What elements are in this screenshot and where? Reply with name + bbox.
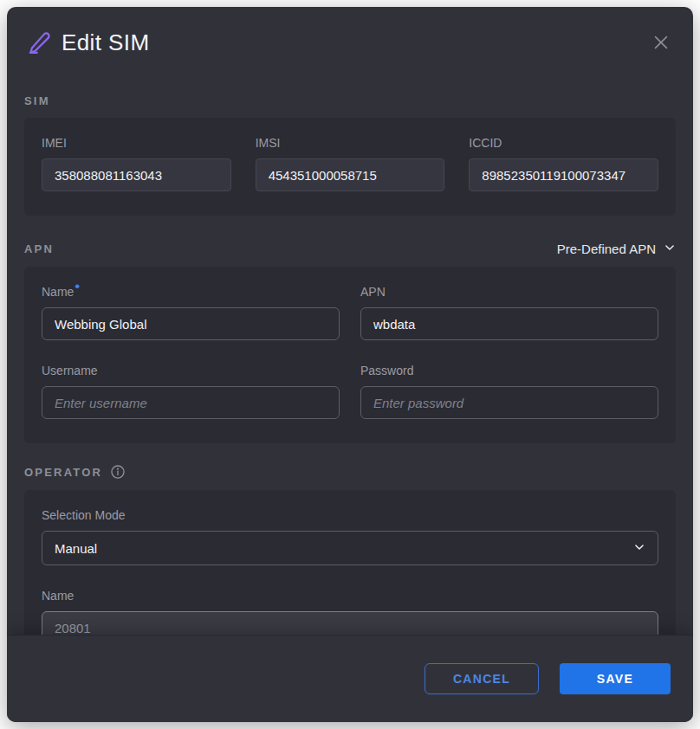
password-field-group: Password xyxy=(360,363,658,419)
apn-name-input[interactable] xyxy=(42,307,340,340)
sim-panel: IMEI IMSI ICCID xyxy=(24,118,676,216)
edit-pencil-icon xyxy=(28,31,51,55)
apn-panel: Name• APN Username Password xyxy=(24,267,676,443)
username-input[interactable] xyxy=(42,386,340,419)
apn-section-label: APN xyxy=(24,242,54,255)
imsi-field-group: IMSI xyxy=(256,135,445,191)
selection-mode-field-group: Selection Mode Manual xyxy=(42,507,658,565)
selection-mode-select[interactable]: Manual xyxy=(42,531,658,565)
info-button[interactable] xyxy=(110,464,126,480)
apn-section-header: APN Pre-Defined APN xyxy=(24,242,676,256)
apn-name-field-group: Name• xyxy=(42,284,340,340)
sim-section-label: SIM xyxy=(24,94,676,107)
apn-apn-label: APN xyxy=(360,285,386,299)
cancel-button[interactable]: CANCEL xyxy=(425,663,539,694)
imei-field-group: IMEI xyxy=(42,135,231,191)
operator-section-label: OPERATOR xyxy=(24,466,102,479)
iccid-label: ICCID xyxy=(469,136,502,150)
iccid-input[interactable] xyxy=(469,158,658,191)
modal-content: Edit SIM SIM IMEI IMSI ICCID xyxy=(7,7,693,722)
predefined-apn-label: Pre-Defined APN xyxy=(557,242,656,256)
username-label: Username xyxy=(42,364,98,377)
apn-apn-input[interactable] xyxy=(360,307,658,340)
modal-footer: CANCEL SAVE xyxy=(7,635,693,722)
imei-input[interactable] xyxy=(42,158,231,191)
edit-sim-modal: Edit SIM SIM IMEI IMSI ICCID xyxy=(7,7,693,722)
password-label: Password xyxy=(360,364,413,377)
imsi-input[interactable] xyxy=(256,158,445,191)
close-icon xyxy=(651,42,671,55)
selection-mode-value: Manual xyxy=(55,541,97,556)
predefined-apn-toggle[interactable]: Pre-Defined APN xyxy=(557,242,676,256)
chevron-down-icon xyxy=(664,242,676,256)
imei-label: IMEI xyxy=(42,136,67,150)
modal-title: Edit SIM xyxy=(62,29,149,56)
selection-mode-label: Selection Mode xyxy=(42,508,126,522)
info-icon xyxy=(110,469,126,482)
required-marker: • xyxy=(75,278,80,294)
save-button[interactable]: SAVE xyxy=(560,663,671,694)
operator-name-label: Name xyxy=(42,589,74,603)
apn-name-label: Name xyxy=(42,285,74,299)
password-input[interactable] xyxy=(360,386,658,419)
chevron-down-icon xyxy=(633,541,645,556)
operator-section-header: OPERATOR xyxy=(24,464,676,480)
modal-header: Edit SIM xyxy=(24,7,676,56)
imsi-label: IMSI xyxy=(256,136,281,150)
apn-apn-field-group: APN xyxy=(360,284,658,340)
username-field-group: Username xyxy=(42,363,340,419)
iccid-field-group: ICCID xyxy=(469,135,658,191)
close-button[interactable] xyxy=(648,29,674,55)
